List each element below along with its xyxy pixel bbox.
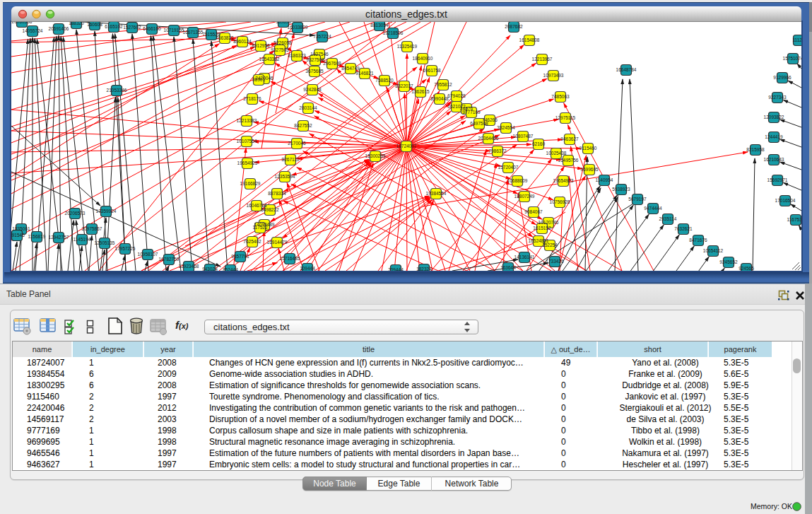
- svg-text:18724007: 18724007: [396, 144, 417, 148]
- svg-text:5226058: 5226058: [273, 40, 292, 45]
- svg-text:19166829: 19166829: [240, 181, 261, 186]
- svg-text:10120746: 10120746: [539, 220, 559, 225]
- svg-text:6165102: 6165102: [105, 24, 123, 29]
- svg-text:10958107: 10958107: [138, 252, 158, 257]
- svg-text:9245652: 9245652: [719, 259, 738, 264]
- svg-text:15495756: 15495756: [558, 158, 579, 163]
- svg-text:7625402: 7625402: [243, 239, 261, 244]
- svg-text:12975115: 12975115: [555, 115, 576, 120]
- svg-text:6794028: 6794028: [447, 93, 466, 98]
- svg-text:160608: 160608: [87, 22, 102, 27]
- svg-text:163644: 163644: [500, 265, 516, 270]
- svg-text:18640910: 18640910: [413, 56, 433, 61]
- svg-text:109444: 109444: [300, 266, 315, 271]
- svg-text:5938923: 5938923: [612, 187, 630, 192]
- svg-text:252254: 252254: [542, 243, 558, 247]
- svg-text:15692971: 15692971: [767, 177, 788, 182]
- svg-text:2803144: 2803144: [299, 105, 317, 110]
- svg-text:9146821: 9146821: [355, 71, 374, 76]
- svg-text:8454749: 8454749: [341, 66, 360, 71]
- svg-text:8427552: 8427552: [294, 123, 312, 128]
- svg-text:8471676: 8471676: [689, 238, 707, 243]
- svg-text:188320: 188320: [69, 22, 84, 25]
- svg-text:2967608: 2967608: [323, 61, 341, 66]
- svg-text:6961758: 6961758: [423, 68, 441, 73]
- svg-text:12923468: 12923468: [179, 264, 199, 269]
- svg-text:16543382: 16543382: [259, 57, 280, 62]
- svg-text:16914479: 16914479: [267, 240, 288, 245]
- svg-text:1362615: 1362615: [411, 89, 430, 94]
- svg-text:9227343: 9227343: [768, 95, 787, 100]
- svg-text:9327508: 9327508: [306, 57, 324, 62]
- svg-text:17359924: 17359924: [96, 209, 117, 214]
- svg-text:16782759: 16782759: [159, 257, 180, 262]
- svg-text:17016504: 17016504: [775, 198, 796, 203]
- svg-text:7955812: 7955812: [434, 82, 452, 87]
- svg-text:8267110: 8267110: [282, 157, 300, 162]
- svg-text:943024: 943024: [202, 267, 218, 271]
- svg-text:19218506: 19218506: [383, 30, 404, 35]
- svg-text:16648784: 16648784: [616, 67, 637, 72]
- svg-text:1244419: 1244419: [765, 134, 783, 139]
- svg-text:62160: 62160: [532, 141, 545, 146]
- svg-text:9115460: 9115460: [579, 146, 597, 151]
- svg-text:16033809: 16033809: [288, 25, 308, 30]
- svg-text:12093822: 12093822: [764, 115, 784, 119]
- svg-text:182324: 182324: [416, 267, 432, 271]
- svg-text:209444: 209444: [388, 267, 404, 271]
- svg-text:10654112: 10654112: [703, 248, 724, 253]
- svg-text:11325419: 11325419: [397, 44, 418, 49]
- svg-text:9327505: 9327505: [271, 47, 289, 52]
- svg-text:8186323: 8186323: [288, 53, 306, 58]
- svg-text:19654925: 19654925: [237, 160, 258, 165]
- svg-text:7663822: 7663822: [216, 35, 234, 40]
- svg-text:10107554: 10107554: [237, 139, 257, 144]
- svg-text:20060558: 20060558: [12, 22, 33, 24]
- svg-text:12213383: 12213383: [237, 118, 257, 123]
- svg-text:18807249: 18807249: [514, 194, 535, 199]
- svg-text:1733426: 1733426: [546, 259, 564, 264]
- svg-text:1167533: 1167533: [787, 217, 801, 222]
- svg-text:15720407: 15720407: [498, 165, 519, 170]
- svg-text:11123: 11123: [792, 37, 801, 42]
- svg-text:9242848: 9242848: [303, 87, 322, 92]
- svg-text:6497568: 6497568: [470, 121, 488, 126]
- svg-text:7588520: 7588520: [375, 78, 394, 83]
- svg-text:8960124: 8960124: [233, 39, 252, 44]
- svg-text:19384554: 19384554: [426, 191, 447, 196]
- svg-text:3824554: 3824554: [497, 125, 515, 130]
- svg-text:20206573: 20206573: [65, 211, 86, 216]
- svg-text:15716485: 15716485: [280, 256, 300, 261]
- svg-text:17957225: 17957225: [115, 246, 136, 251]
- svg-text:21053346: 21053346: [107, 88, 127, 93]
- svg-text:12213967: 12213967: [532, 57, 553, 62]
- svg-text:5498222: 5498222: [261, 207, 279, 212]
- svg-text:15300295: 15300295: [365, 153, 386, 158]
- svg-text:2935114: 2935114: [659, 216, 677, 221]
- svg-text:19654923: 19654923: [553, 178, 574, 183]
- svg-text:2170046: 2170046: [288, 141, 306, 146]
- svg-text:14136141: 14136141: [514, 255, 535, 259]
- svg-text:98901: 98901: [252, 77, 265, 82]
- svg-text:1156819: 1156819: [28, 234, 46, 239]
- svg-text:1835061: 1835061: [12, 226, 30, 231]
- svg-text:2087682: 2087682: [505, 24, 523, 29]
- svg-text:2718176: 2718176: [243, 96, 261, 101]
- svg-text:10973493: 10973493: [543, 73, 564, 78]
- svg-text:10688609: 10688609: [507, 178, 528, 183]
- svg-text:20364456: 20364456: [478, 136, 499, 141]
- svg-text:14055724: 14055724: [23, 28, 43, 33]
- svg-text:9699695: 9699695: [580, 167, 599, 172]
- svg-text:189898: 189898: [276, 22, 291, 24]
- svg-text:10025438: 10025438: [546, 151, 567, 156]
- svg-text:6466160: 6466160: [143, 26, 161, 31]
- svg-text:20975867: 20975867: [82, 226, 102, 231]
- svg-text:391546: 391546: [11, 233, 25, 238]
- svg-text:9463627: 9463627: [560, 136, 579, 141]
- svg-text:8813054: 8813054: [370, 23, 389, 28]
- svg-text:16154808: 16154808: [519, 37, 540, 42]
- svg-text:8878334: 8878334: [268, 191, 286, 196]
- svg-text:12353594: 12353594: [275, 174, 295, 179]
- svg-text:9129966: 9129966: [773, 75, 792, 80]
- svg-text:12505135: 12505135: [95, 240, 115, 245]
